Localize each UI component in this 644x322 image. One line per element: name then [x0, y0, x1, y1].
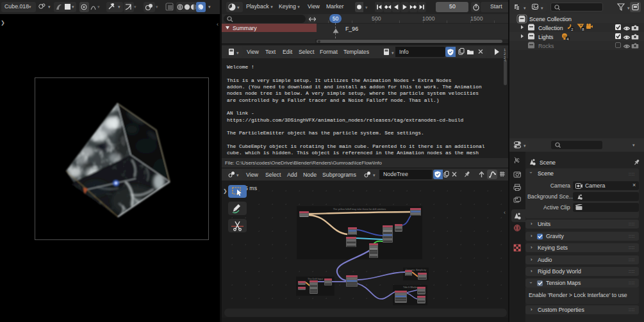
svg-text:▾: ▾ — [524, 6, 526, 10]
svg-text:The Drift Input: The Drift Input — [308, 278, 324, 280]
svg-text:▾: ▾ — [97, 4, 100, 9]
svg-text:W: W — [563, 35, 566, 38]
svg-text:▾: ▾ — [236, 173, 239, 177]
svg-text:▾: ▾ — [365, 5, 368, 10]
svg-text:▾: ▾ — [236, 51, 239, 55]
svg-text:▾: ▾ — [134, 4, 136, 9]
svg-text:The yellow falloff may take th: The yellow falloff may take these for dr… — [333, 208, 386, 211]
svg-text:▾: ▾ — [541, 6, 543, 10]
svg-text:▾: ▾ — [392, 51, 394, 55]
svg-text:▾: ▾ — [373, 173, 376, 177]
svg-text:▾: ▾ — [48, 4, 51, 9]
svg-text:▾: ▾ — [208, 4, 211, 9]
svg-text:▾: ▾ — [72, 4, 74, 9]
svg-text:▾: ▾ — [156, 4, 158, 9]
svg-text:Title It Works: Title It Works — [403, 286, 417, 289]
svg-text:▾: ▾ — [118, 4, 120, 9]
svg-text:▾: ▾ — [237, 5, 240, 10]
svg-text:▾: ▾ — [524, 143, 526, 148]
